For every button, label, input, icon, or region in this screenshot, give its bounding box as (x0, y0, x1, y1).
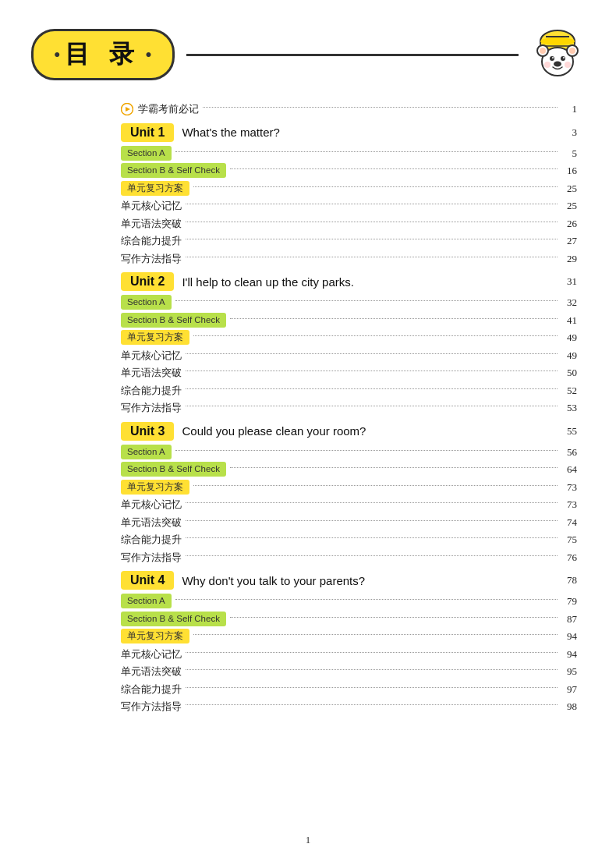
unit4-page: 78 (558, 574, 577, 587)
dots (186, 502, 558, 503)
dots (186, 353, 558, 354)
dots (186, 555, 558, 556)
toc-line: 单元复习方案94 (121, 629, 577, 644)
svg-point-6 (540, 48, 546, 54)
toc-line: 综合能力提升52 (121, 383, 577, 399)
svg-point-10 (552, 57, 554, 58)
dots (186, 370, 558, 371)
section-b-badge: Section B & Self Check (121, 313, 226, 328)
dots (186, 537, 558, 538)
sub-label: 综合能力提升 (121, 532, 182, 548)
prestudy-label: 学霸考前必记 (138, 101, 199, 117)
toc-line: 单元核心记忆73 (121, 497, 577, 512)
dots (175, 599, 558, 600)
svg-point-14 (565, 62, 571, 68)
page-num: 64 (561, 462, 577, 477)
page-num: 29 (561, 251, 577, 267)
svg-point-2 (540, 37, 575, 45)
dots (230, 467, 558, 468)
unit3-badge: Unit 3 (121, 422, 174, 441)
review-badge: 单元复习方案 (121, 181, 189, 196)
page-num: 79 (561, 594, 577, 609)
sub-label: 单元核心记忆 (121, 198, 182, 214)
sub-label: 单元核心记忆 (121, 497, 182, 512)
page-num: 94 (561, 647, 577, 662)
section-a-badge: Section A (121, 445, 172, 459)
toc-line: Section B & Self Check87 (121, 612, 577, 627)
sub-label: 综合能力提升 (121, 682, 182, 697)
page-num: 49 (561, 348, 577, 363)
sub-label: 单元核心记忆 (121, 647, 182, 662)
dots (186, 652, 558, 653)
toc-line: Section B & Self Check64 (121, 462, 577, 477)
dots (193, 335, 558, 336)
sub-label: 单元核心记忆 (121, 348, 182, 363)
toc-line: 综合能力提升97 (121, 682, 577, 697)
toc-line: Section B & Self Check41 (121, 313, 577, 328)
toc-line: 单元语法突破95 (121, 664, 577, 679)
page-num: 16 (561, 163, 577, 179)
toc-line: 单元语法突破50 (121, 365, 577, 381)
sub-label: 综合能力提升 (121, 233, 182, 249)
sub-label: 写作方法指导 (121, 251, 182, 267)
svg-point-11 (563, 57, 565, 58)
dots (186, 406, 558, 406)
toc-line: 单元核心记忆25 (121, 198, 577, 214)
page-num: 32 (561, 295, 577, 310)
toc-line: 综合能力提升75 (121, 532, 577, 548)
dots (193, 485, 558, 486)
review-badge: 单元复习方案 (121, 480, 189, 495)
dots (175, 450, 558, 451)
toc-line: 单元复习方案73 (121, 480, 577, 495)
section-b-badge: Section B & Self Check (121, 462, 226, 477)
page-num: 27 (561, 233, 577, 249)
dots (186, 520, 558, 521)
page-num: 76 (561, 550, 577, 566)
page-num: 97 (561, 682, 577, 697)
toc-line: 单元语法突破74 (121, 515, 577, 530)
section-a-badge: Section A (121, 295, 172, 310)
page-num: 50 (561, 365, 577, 381)
sub-label: 单元语法突破 (121, 216, 182, 232)
prestudy-dots (203, 107, 558, 108)
review-badge: 单元复习方案 (121, 330, 189, 345)
svg-point-9 (561, 56, 565, 61)
page-num: 74 (561, 515, 577, 530)
page-num: 25 (561, 181, 577, 197)
unit3-title: Could you please clean your room? (182, 424, 558, 438)
toc-line: 单元复习方案49 (121, 330, 577, 346)
unit1-page: 3 (558, 126, 577, 139)
toc-line: Section A79 (121, 594, 577, 609)
unit2-page: 31 (558, 275, 577, 288)
header: 目 录 (0, 23, 616, 86)
svg-point-8 (550, 56, 554, 61)
svg-point-13 (544, 62, 551, 68)
prestudy-row: 学霸考前必记 1 (121, 101, 577, 117)
dots (186, 669, 558, 670)
unit2-badge: Unit 2 (121, 272, 174, 291)
dots (175, 300, 558, 301)
toc-units: Unit 1What's the matter?3Section A5Secti… (121, 123, 577, 714)
toc-content: 学霸考前必记 1 Unit 1What's the matter?3Sectio… (121, 101, 577, 827)
svg-point-7 (569, 48, 575, 54)
section-a-badge: Section A (121, 594, 172, 608)
unit3-page: 55 (558, 425, 577, 438)
page-num: 5 (561, 146, 577, 161)
toc-line: Section A56 (121, 445, 577, 460)
page-num: 41 (561, 313, 577, 328)
bear-mascot (530, 27, 585, 82)
toc-line: Section B & Self Check16 (121, 163, 577, 179)
play-icon (121, 103, 133, 115)
title-badge: 目 录 (31, 29, 175, 80)
title-text: 目 录 (65, 37, 140, 72)
dots (186, 704, 558, 705)
sub-label: 写作方法指导 (121, 550, 182, 566)
toc-line: Section A5 (121, 146, 577, 161)
unit4-title: Why don't you talk to your parents? (182, 574, 558, 587)
sub-label: 综合能力提升 (121, 383, 182, 399)
unit1-title: What's the matter? (182, 126, 558, 139)
sub-label: 写作方法指导 (121, 699, 182, 714)
prestudy-page: 1 (561, 101, 577, 117)
toc-line: 单元核心记忆49 (121, 348, 577, 363)
section-b-badge: Section B & Self Check (121, 163, 226, 178)
